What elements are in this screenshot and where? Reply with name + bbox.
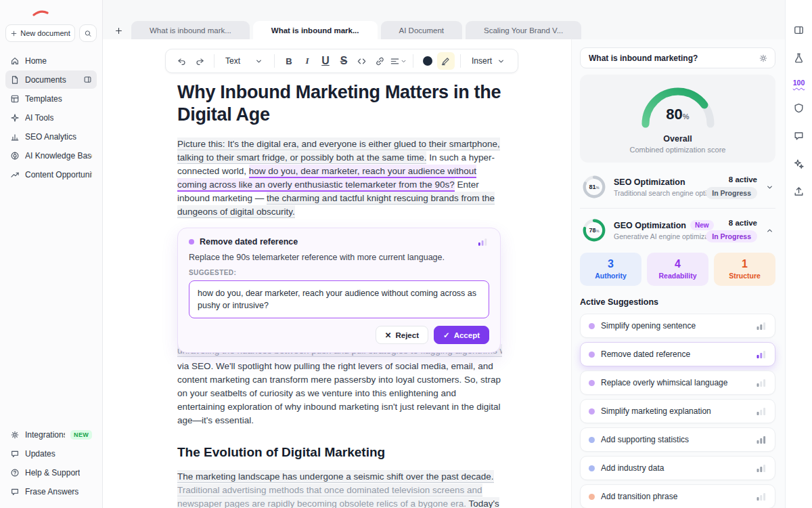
redo-button[interactable]: [191, 52, 208, 70]
priority-dot-icon: [589, 408, 595, 415]
sidebar-item-ai-tools[interactable]: AI Tools: [5, 108, 97, 127]
new-document-label: New document: [20, 29, 70, 37]
underline-button[interactable]: U: [317, 52, 334, 70]
text-style-dropdown[interactable]: Text: [220, 56, 269, 66]
accept-button[interactable]: ✓Accept: [434, 326, 489, 344]
suggestion-add-transition-phrase[interactable]: Add transition phrase: [580, 484, 775, 508]
bold-button[interactable]: B: [280, 52, 298, 70]
suggestion-label: Add industry data: [601, 463, 750, 473]
sidebar-item-frase-answers[interactable]: Frase Answers: [5, 482, 97, 501]
paragraph-2[interactable]: via SEO. We'll spotlight how pulling the…: [177, 360, 502, 427]
stat-value: 3: [580, 258, 641, 270]
rail-sparkles-button[interactable]: [792, 156, 806, 170]
bubble-icon: [10, 449, 20, 459]
upload-icon: [793, 186, 805, 197]
impact-bars-icon: [756, 435, 767, 444]
sidebar-item-help-support[interactable]: Help & Support: [5, 463, 97, 482]
sidebar-item-templates[interactable]: Templates: [5, 89, 97, 108]
rail-comment-button[interactable]: [792, 129, 806, 142]
suggestion-popup: Remove dated reference Replace the 90s t…: [177, 228, 501, 353]
tab-3[interactable]: AI Document: [381, 21, 462, 39]
highlight-button[interactable]: [437, 52, 455, 70]
undo-button[interactable]: [173, 52, 190, 70]
sidebar-item-label: Updates: [25, 449, 55, 459]
document-title[interactable]: Why Inbound Marketing Matters in the Dig…: [177, 81, 502, 126]
section-heading[interactable]: The Evolution of Digital Marketing: [177, 445, 502, 460]
section-geo-optimization[interactable]: 78% GEO Optimization New Generative AI e…: [580, 208, 775, 251]
suggestion-dot-icon: [189, 239, 194, 245]
tab-bar: What is inbound mark... What is inbound …: [103, 0, 785, 39]
suggestion-label: Remove dated reference: [601, 350, 750, 359]
shield-icon: [793, 102, 805, 114]
italic-button[interactable]: I: [298, 52, 316, 70]
align-dropdown[interactable]: [390, 52, 407, 70]
priority-dot-icon: [589, 465, 595, 471]
sidebar-item-updates[interactable]: Updates: [5, 444, 97, 463]
panel-icon[interactable]: [83, 75, 92, 84]
tab-2[interactable]: What is inbound mark...: [253, 21, 378, 39]
sidebar-item-ai-knowledge-base[interactable]: AI Knowledge Base: [5, 146, 97, 165]
section-seo-optimization[interactable]: 81% SEO Optimization Traditional search …: [580, 165, 775, 208]
new-document-button[interactable]: New document: [5, 24, 75, 42]
section-subtitle: Traditional search engine optimization: [614, 189, 699, 197]
gear-icon[interactable]: [759, 54, 768, 63]
impact-bars-icon: [756, 406, 767, 416]
chart-icon: [10, 132, 20, 142]
reject-button[interactable]: ✕Reject: [376, 326, 428, 344]
link-button[interactable]: [371, 52, 389, 70]
suggestion-remove-dated-reference[interactable]: Remove dated reference: [580, 342, 775, 366]
status-badge: In Progress: [706, 187, 757, 199]
new-badge: NEW: [70, 430, 92, 440]
tab-1[interactable]: What is inbound mark...: [131, 21, 250, 39]
sidebar-item-label: Documents: [25, 75, 66, 85]
document-body[interactable]: Why Inbound Marketing Matters in the Dig…: [177, 81, 502, 508]
priority-dot-icon: [589, 437, 595, 443]
suggestion-add-supporting-statistics[interactable]: Add supporting statistics: [580, 427, 775, 452]
section-title: GEO Optimization: [614, 221, 686, 230]
editor-canvas[interactable]: Text B I U S: [103, 39, 571, 508]
overall-label: Overall: [580, 134, 775, 144]
reject-label: Reject: [395, 331, 419, 339]
sidebar-item-home[interactable]: Home: [5, 51, 97, 70]
suggestion-simplify-opening-sentence[interactable]: Simplify opening sentence: [580, 314, 775, 338]
stat-value: 1: [714, 258, 775, 270]
rail-shield-button[interactable]: [792, 101, 806, 114]
suggestion-simplify-marketing-explanation[interactable]: Simplify marketing explanation: [580, 399, 775, 423]
overall-score-value: 80%: [637, 107, 719, 122]
suggestion-add-industry-data[interactable]: Add industry data: [580, 456, 775, 480]
suggested-text-box[interactable]: how do you, dear marketer, reach your au…: [189, 280, 489, 318]
suggestion-replace-overly-whimsical-language[interactable]: Replace overly whimsical language: [580, 371, 775, 395]
trend-icon: [10, 170, 20, 179]
paragraph-3[interactable]: The marketing landscape has undergone a …: [177, 469, 502, 508]
highlighter-pen-icon: [441, 56, 451, 66]
stat-card-structure: 1 Structure: [714, 253, 775, 286]
code-button[interactable]: [353, 52, 371, 70]
optimization-sections: 81% SEO Optimization Traditional search …: [580, 165, 775, 251]
impact-bars-icon: [756, 321, 767, 331]
insert-dropdown[interactable]: Insert: [466, 56, 511, 66]
tab-label: What is inbound mark...: [271, 26, 359, 35]
paragraph-1[interactable]: Picture this: It's the digital era, and …: [177, 137, 502, 218]
strikethrough-button[interactable]: S: [335, 52, 353, 70]
link-icon: [375, 56, 385, 66]
sidebar-item-seo-analytics[interactable]: SEO Analytics: [5, 127, 97, 146]
text-color-button[interactable]: [419, 52, 436, 70]
sidebar-item-integrations[interactable]: Integrations NEW: [5, 425, 97, 444]
optimize-score-icon[interactable]: 100: [793, 79, 805, 87]
sidebar-item-documents[interactable]: Documents: [5, 70, 97, 89]
rail-upload-button[interactable]: [792, 184, 806, 198]
search-button[interactable]: [79, 24, 97, 42]
query-input[interactable]: [587, 53, 753, 64]
rail-flask-button[interactable]: [792, 51, 806, 64]
chevron-up-icon[interactable]: [765, 226, 774, 235]
sidebar-item-content-opportunities[interactable]: Content Opportunities: [5, 165, 97, 184]
chevron-down-icon[interactable]: [765, 183, 774, 192]
rail-panel-toggle-button[interactable]: [792, 23, 806, 37]
tab-4[interactable]: Scaling Your Brand V...: [466, 21, 581, 39]
sidebar-item-label: AI Knowledge Base: [25, 151, 92, 161]
score-ring: 78%: [581, 217, 607, 243]
flask-icon: [793, 52, 805, 64]
impact-bars-icon: [756, 378, 767, 387]
new-tab-button[interactable]: [111, 22, 126, 39]
section-title: SEO Optimization: [614, 177, 685, 187]
